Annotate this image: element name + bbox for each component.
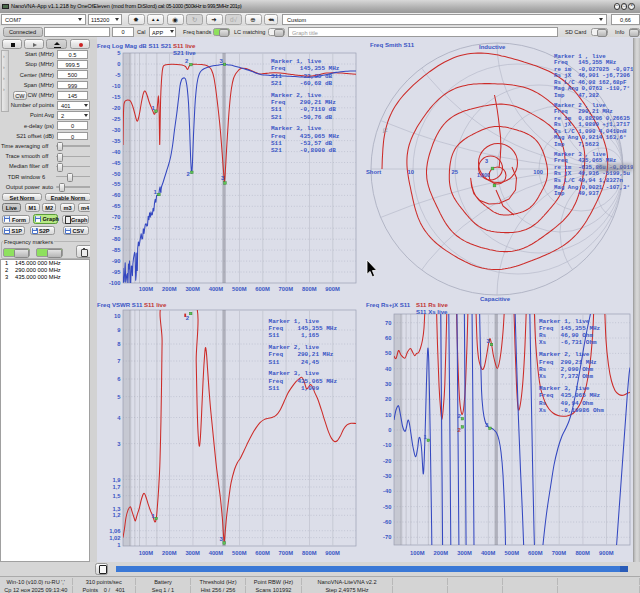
svg-text:-5: -5 <box>115 72 121 78</box>
svg-text:1,5: 1,5 <box>112 493 121 499</box>
svg-text:25: 25 <box>452 169 459 175</box>
svg-text:500M: 500M <box>232 550 247 556</box>
svg-text:-55: -55 <box>112 181 121 187</box>
svg-text:300M: 300M <box>185 550 200 556</box>
svg-text:500M: 500M <box>504 550 519 556</box>
svg-text:1,000: 1,000 <box>477 172 490 178</box>
svg-text:S11 Xs live: S11 Xs live <box>416 308 448 315</box>
svg-text:300M: 300M <box>457 550 472 556</box>
svg-text:Rs 2,090 Ohm: Rs 2,090 Ohm <box>539 366 593 373</box>
svg-text:Short: Short <box>366 169 381 175</box>
svg-text:600M: 600M <box>255 550 270 556</box>
svg-text:1,9: 1,9 <box>112 477 121 483</box>
svg-text:1,06: 1,06 <box>109 528 121 534</box>
svg-text:30: 30 <box>385 381 391 387</box>
svg-text:Marker 2, live: Marker 2, live <box>269 344 320 351</box>
svg-text:700M: 700M <box>552 550 567 556</box>
svg-text:200M: 200M <box>162 550 177 556</box>
svg-text:S11 Rs live: S11 Rs live <box>416 301 448 308</box>
svg-text:Xs -6,731 Ohm: Xs -6,731 Ohm <box>539 339 597 346</box>
svg-text:Freq 290,21 MHz: Freq 290,21 MHz <box>539 359 597 366</box>
svg-text:1,3: 1,3 <box>112 506 121 512</box>
svg-text:-20: -20 <box>112 105 120 111</box>
svg-text:Xs 7,372 Ohm: Xs 7,372 Ohm <box>539 373 593 380</box>
svg-text:-60: -60 <box>112 192 120 198</box>
svg-text:700M: 700M <box>279 286 294 292</box>
svg-text:S11 -53,57 dB: S11 -53,57 dB <box>271 140 333 147</box>
svg-text:S21 -0,8000 dB: S21 -0,8000 dB <box>271 147 336 154</box>
svg-text:200M: 200M <box>162 286 177 292</box>
svg-text:Freq Smith S11: Freq Smith S11 <box>370 41 415 48</box>
svg-text:10: 10 <box>114 313 120 319</box>
svg-text:S11 1,165: S11 1,165 <box>269 332 320 339</box>
svg-text:S11 -0,7110 dB: S11 -0,7110 dB <box>271 106 336 113</box>
svg-text:60: 60 <box>385 335 391 341</box>
svg-text:0: 0 <box>388 427 391 433</box>
svg-text:Xs -0,19986 Ohm: Xs -0,19986 Ohm <box>539 407 604 414</box>
svg-text:800M: 800M <box>302 550 317 556</box>
svg-text:300M: 300M <box>185 286 200 292</box>
svg-text:-95: -95 <box>112 269 121 275</box>
svg-text:Freq Log Mag dB S11 S21: Freq Log Mag dB S11 S21 <box>97 42 172 49</box>
svg-text:-30: -30 <box>112 127 120 133</box>
svg-text:S11 24,45: S11 24,45 <box>269 359 320 366</box>
svg-text:Freq 435,065 MHz: Freq 435,065 MHz <box>269 378 338 385</box>
svg-text:1,02: 1,02 <box>109 535 120 541</box>
svg-text:Freq 290,21 MHz: Freq 290,21 MHz <box>269 351 334 358</box>
svg-text:1,2: 1,2 <box>112 512 120 518</box>
svg-text:Freq 435,065 MHz: Freq 435,065 MHz <box>539 392 601 399</box>
svg-text:-45: -45 <box>112 160 121 166</box>
svg-text:Rs 46,90 Ohm: Rs 46,90 Ohm <box>539 332 593 339</box>
svg-text:-10: -10 <box>112 83 120 89</box>
svg-text:1,7: 1,7 <box>112 484 120 490</box>
svg-text:-35: -35 <box>112 138 121 144</box>
svg-text:800M: 800M <box>302 286 317 292</box>
svg-text:-40: -40 <box>383 488 391 494</box>
svg-text:10: 10 <box>385 412 391 418</box>
svg-text:S11 live: S11 live <box>173 42 196 49</box>
svg-text:Imp 7,5623: Imp 7,5623 <box>554 141 599 148</box>
svg-text:Freq 145,355 MHz: Freq 145,355 MHz <box>539 325 601 332</box>
svg-text:Marker 3, live: Marker 3, live <box>271 125 322 132</box>
svg-text:400M: 400M <box>209 550 224 556</box>
svg-text:100M: 100M <box>139 286 154 292</box>
svg-text:0: 0 <box>117 61 120 67</box>
svg-text:100: 100 <box>533 169 543 175</box>
svg-text:Inductive: Inductive <box>479 44 506 50</box>
svg-text:-85: -85 <box>112 247 121 253</box>
svg-text:3: 3 <box>485 158 488 164</box>
svg-text:Freq 435,065 MHz: Freq 435,065 MHz <box>271 133 340 140</box>
svg-text:-25: -25 <box>112 116 121 122</box>
svg-text:-60: -60 <box>383 519 391 525</box>
svg-text:-70: -70 <box>112 214 120 220</box>
svg-text:j2: j2 <box>382 127 388 133</box>
svg-text:-50: -50 <box>383 504 391 510</box>
svg-text:700M: 700M <box>279 550 294 556</box>
svg-text:600M: 600M <box>255 286 270 292</box>
svg-text:800M: 800M <box>575 550 590 556</box>
svg-text:Rs 49,94 Ohm: Rs 49,94 Ohm <box>539 400 593 407</box>
svg-text:50: 50 <box>385 350 391 356</box>
svg-text:Marker 3, live: Marker 3, live <box>539 385 590 392</box>
svg-text:-15: -15 <box>112 94 121 100</box>
svg-text:900M: 900M <box>599 550 614 556</box>
svg-text:S21 -60,68 dB: S21 -60,68 dB <box>271 80 333 87</box>
svg-text:Imp 47,382: Imp 47,382 <box>554 92 599 99</box>
svg-text:-50: -50 <box>112 171 120 177</box>
svg-text:70: 70 <box>385 320 391 326</box>
svg-text:20: 20 <box>385 396 391 402</box>
svg-text:S21 live: S21 live <box>173 49 196 56</box>
svg-text:600M: 600M <box>528 550 543 556</box>
svg-text:-70: -70 <box>383 534 391 540</box>
svg-text:-80: -80 <box>112 236 120 242</box>
svg-text:900M: 900M <box>325 550 340 556</box>
svg-text:S21 -50,76 dB: S21 -50,76 dB <box>271 114 333 121</box>
svg-text:400M: 400M <box>209 286 224 292</box>
svg-text:900M: 900M <box>325 286 340 292</box>
svg-text:-65: -65 <box>112 203 121 209</box>
svg-text:Imp 49,937: Imp 49,937 <box>554 190 599 197</box>
svg-text:Marker 2, live: Marker 2, live <box>539 351 590 358</box>
svg-text:Capacitive: Capacitive <box>480 296 511 302</box>
svg-text:Marker 1, live: Marker 1, live <box>271 58 322 65</box>
svg-text:Marker 3, live: Marker 3, live <box>269 370 320 377</box>
